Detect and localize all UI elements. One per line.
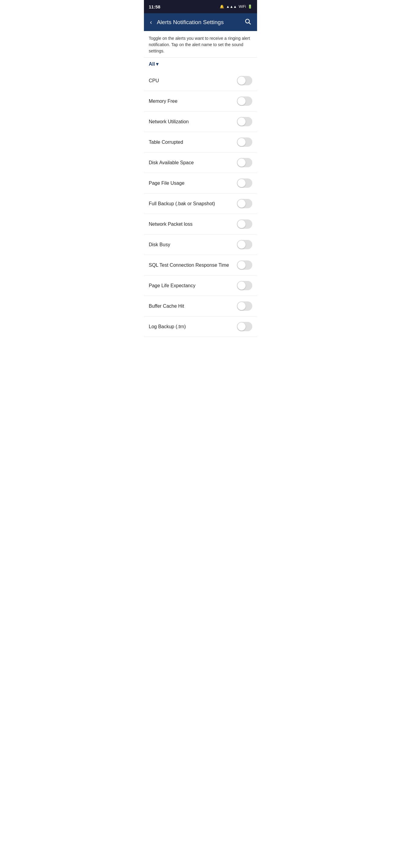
alert-toggle-sql-test-connection[interactable]: [237, 260, 252, 270]
toggle-thumb: [237, 158, 246, 167]
alert-label-sql-test-connection: SQL Test Connection Response Time: [149, 262, 237, 268]
status-bar: 11:58 🔔 ▲▲▲ WiFi 🔋: [144, 0, 257, 13]
alert-label-memory-free: Memory Free: [149, 98, 237, 104]
page-description: Toggle on the alerts you want to receive…: [144, 31, 257, 58]
alert-item-page-life-expectancy[interactable]: Page Life Expectancy: [144, 276, 257, 296]
alert-item-disk-available-space[interactable]: Disk Available Space: [144, 153, 257, 173]
alert-item-page-file-usage[interactable]: Page File Usage: [144, 173, 257, 193]
filter-dropdown[interactable]: All ▾: [149, 61, 159, 67]
alert-label-table-corrupted: Table Corrupted: [149, 140, 237, 145]
alert-toggle-memory-free[interactable]: [237, 96, 252, 106]
filter-label: All: [149, 61, 155, 67]
alert-toggle-network-packet-loss[interactable]: [237, 219, 252, 229]
toggle-thumb: [237, 220, 246, 228]
chevron-down-icon: ▾: [156, 61, 159, 67]
status-time: 11:58: [149, 4, 160, 9]
toggle-thumb: [237, 241, 246, 249]
toggle-thumb: [237, 76, 246, 85]
toggle-thumb: [237, 302, 246, 310]
alert-label-network-utilization: Network Utilization: [149, 119, 237, 124]
toggle-thumb: [237, 322, 246, 331]
alert-item-buffer-cache-hit[interactable]: Buffer Cache Hit: [144, 296, 257, 316]
alert-toggle-log-backup[interactable]: [237, 322, 252, 331]
alert-toggle-cpu[interactable]: [237, 76, 252, 85]
svg-line-1: [249, 23, 251, 24]
alert-item-sql-test-connection[interactable]: SQL Test Connection Response Time: [144, 255, 257, 276]
toggle-thumb: [237, 281, 246, 290]
alert-toggle-page-life-expectancy[interactable]: [237, 281, 252, 290]
alert-toggle-disk-busy[interactable]: [237, 240, 252, 249]
alert-item-network-utilization[interactable]: Network Utilization: [144, 112, 257, 132]
toggle-thumb: [237, 97, 246, 105]
alert-list: CPUMemory FreeNetwork UtilizationTable C…: [144, 70, 257, 337]
toggle-thumb: [237, 199, 246, 208]
alert-label-network-packet-loss: Network Packet loss: [149, 221, 237, 227]
toggle-thumb: [237, 138, 246, 146]
alert-label-page-file-usage: Page File Usage: [149, 181, 237, 186]
alert-item-table-corrupted[interactable]: Table Corrupted: [144, 132, 257, 153]
alert-item-log-backup[interactable]: Log Backup (.trn): [144, 316, 257, 337]
toggle-thumb: [237, 261, 246, 269]
alert-item-disk-busy[interactable]: Disk Busy: [144, 235, 257, 255]
alert-label-buffer-cache-hit: Buffer Cache Hit: [149, 304, 237, 309]
alert-label-log-backup: Log Backup (.trn): [149, 324, 237, 330]
alert-toggle-full-backup[interactable]: [237, 199, 252, 208]
alert-toggle-buffer-cache-hit[interactable]: [237, 301, 252, 311]
back-button[interactable]: ‹: [149, 18, 153, 27]
toggle-thumb: [237, 179, 246, 187]
alert-item-memory-free[interactable]: Memory Free: [144, 91, 257, 112]
alert-toggle-disk-available-space[interactable]: [237, 158, 252, 167]
status-icons: 🔔 ▲▲▲ WiFi 🔋: [220, 4, 252, 9]
page-title: Alerts Notification Settings: [157, 19, 239, 26]
alert-toggle-table-corrupted[interactable]: [237, 137, 252, 147]
notification-icon: 🔔: [220, 4, 224, 9]
alert-toggle-network-utilization[interactable]: [237, 117, 252, 126]
toggle-thumb: [237, 118, 246, 126]
alert-toggle-page-file-usage[interactable]: [237, 179, 252, 188]
alert-label-disk-available-space: Disk Available Space: [149, 160, 237, 165]
alert-label-full-backup: Full Backup (.bak or Snapshot): [149, 201, 237, 207]
search-button[interactable]: [243, 17, 252, 27]
signal-icon: ▲▲▲: [226, 4, 237, 9]
wifi-icon: WiFi: [239, 4, 246, 9]
alert-item-full-backup[interactable]: Full Backup (.bak or Snapshot): [144, 193, 257, 214]
alert-item-cpu[interactable]: CPU: [144, 70, 257, 91]
filter-row: All ▾: [144, 58, 257, 70]
alert-label-disk-busy: Disk Busy: [149, 242, 237, 247]
header: ‹ Alerts Notification Settings: [144, 13, 257, 31]
battery-icon: 🔋: [248, 4, 252, 9]
alert-item-network-packet-loss[interactable]: Network Packet loss: [144, 214, 257, 235]
alert-label-cpu: CPU: [149, 78, 237, 84]
alert-label-page-life-expectancy: Page Life Expectancy: [149, 283, 237, 288]
